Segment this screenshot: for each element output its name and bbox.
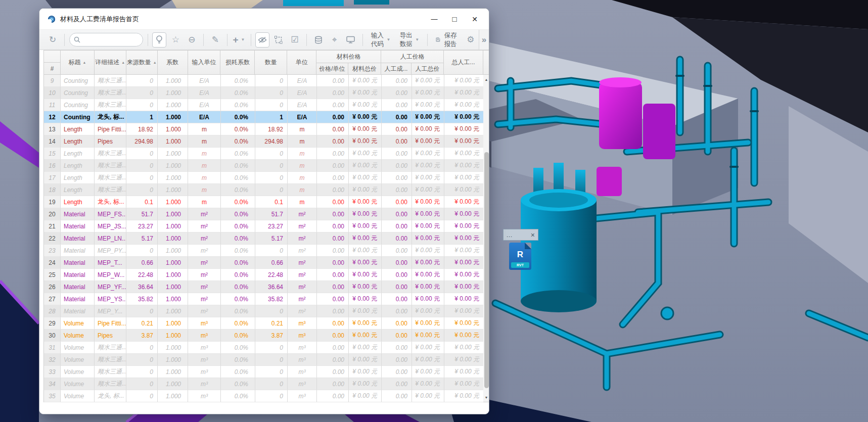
scroll-up-arrow[interactable]: ▲ (483, 76, 489, 83)
search-input[interactable] (83, 36, 139, 43)
table-row[interactable]: 20MaterialMEP_FS...51.71.000m²0.0%51.7m²… (44, 208, 489, 220)
cell-unit: m² (288, 245, 317, 257)
export-data-dropdown[interactable]: 导出数据 ▼ (396, 32, 423, 48)
maximize-button[interactable]: □ (444, 11, 465, 28)
cell-loss: 0.0% (221, 148, 255, 160)
table-row[interactable]: 13LengthPipe Fitti...18.921.000m0.0%18.9… (44, 123, 489, 135)
cell-factor: 1.000 (158, 184, 188, 196)
cell-factor: 1.000 (158, 245, 188, 257)
cell-material_total: ¥ 0.00 元 (349, 232, 382, 245)
cell-title: Counting (61, 75, 95, 87)
edit-button[interactable]: ✎ (208, 32, 222, 48)
cell-price_per_unit: 0.00 (317, 257, 349, 269)
table-row[interactable]: 11Counting顺水三通...01.000E/A0.0%0E/A0.00¥ … (44, 99, 489, 111)
settings-button[interactable]: ⚙ (464, 32, 478, 48)
cell-unit: m³ (288, 378, 317, 390)
locate-button[interactable]: ⌖ (328, 32, 342, 48)
table-header: # 标题 ▲ 详细描述 ▲ 来源数量 ▲ 系数 输入单位 损耗系数 数量 (43, 50, 489, 75)
cell-price_per_unit: 0.00 (317, 75, 349, 87)
column-header-price-per-unit[interactable]: 价格/单位 (316, 63, 348, 74)
cell-loss: 0.0% (221, 208, 255, 220)
exclude-button[interactable]: ⊖ (185, 32, 199, 48)
close-button[interactable]: ✕ (465, 11, 485, 28)
cell-unit: E/A (288, 99, 317, 111)
widget-close-icon[interactable]: × (531, 231, 535, 239)
favorite-button[interactable]: ☆ (168, 32, 182, 48)
cell-total_labor: ¥ 0.00 元 (444, 75, 484, 87)
column-header-labor-total[interactable]: 人工总价 (412, 63, 443, 74)
cell-factor: 1.000 (158, 366, 188, 378)
cell-labor_total: ¥ 0.00 元 (412, 342, 444, 354)
database-icon (314, 36, 323, 44)
column-header-input-unit[interactable]: 输入单位 (188, 51, 221, 75)
column-header-qty[interactable]: 数量 (255, 51, 287, 75)
table-row[interactable]: 35Volume龙头, 标...01.000m³0.0%0m³0.00¥ 0.0… (44, 390, 489, 402)
table-row[interactable]: 31Volume顺水三通...01.000m³0.0%0m³0.00¥ 0.00… (44, 342, 489, 354)
table-row[interactable]: 12Counting龙头, 标...11.000E/A0.0%1E/A0.00¥… (44, 111, 489, 123)
table-row[interactable]: 27MaterialMEP_YS...35.821.000m²0.0%35.82… (44, 293, 489, 305)
column-header-labor-cost[interactable]: 人工成... (381, 63, 412, 74)
table-row[interactable]: 33Volume顺水三通...01.000m³0.0%0m³0.00¥ 0.00… (44, 366, 489, 378)
table-row[interactable]: 17Length顺水三通...01.000m0.0%0m0.00¥ 0.00 元… (44, 172, 489, 184)
rvt-file-icon[interactable]: R RVT (509, 243, 531, 270)
table-row[interactable]: 28MaterialMEP_Y...01.000m²0.0%0m²0.00¥ 0… (44, 305, 489, 317)
column-header-title[interactable]: 标题 ▲ (61, 51, 95, 75)
cell-total_labor: ¥ 0.00 元 (444, 87, 484, 99)
table-row[interactable]: 23MaterialMEP_PY...01.000m²0.0%0m²0.00¥ … (44, 245, 489, 257)
table-row[interactable]: 19Length龙头, 标...0.11.000m0.0%0.1m0.00¥ 0… (44, 196, 489, 208)
table-row[interactable]: 34Volume顺水三通...01.000m³0.0%0m³0.00¥ 0.00… (44, 378, 489, 390)
column-header-row-number[interactable]: # (44, 51, 61, 75)
scroll-down-arrow[interactable]: ▼ (483, 394, 489, 401)
table-row[interactable]: 14LengthPipes294.981.000m0.0%294.98m0.00… (44, 135, 489, 148)
table-row[interactable]: 10Counting顺水三通...01.000E/A0.0%0E/A0.00¥ … (44, 87, 489, 99)
cell-qty: 51.7 (255, 208, 288, 220)
toolbar-separator (362, 34, 363, 46)
database-button[interactable] (311, 32, 326, 48)
highlight-button[interactable] (152, 32, 166, 48)
cell-src: 0.1 (126, 196, 158, 208)
cell-material_total: ¥ 0.00 元 (349, 87, 382, 99)
table-row[interactable]: 32Volume顺水三通...01.000m³0.0%0m³0.00¥ 0.00… (44, 354, 489, 366)
refresh-button[interactable]: ↻ (45, 32, 60, 48)
cell-labor_cost: 0.00 (382, 87, 412, 99)
select-region-button[interactable] (271, 32, 286, 48)
column-header-description[interactable]: 详细描述 ▲ (95, 51, 126, 75)
table-row[interactable]: 24MaterialMEP_T...0.661.000m²0.0%0.66m²0… (44, 257, 489, 269)
table-row[interactable]: 16Length顺水三通...01.000m0.0%0m0.00¥ 0.00 元… (44, 160, 489, 172)
checkbox-mode-button[interactable]: ☑ (288, 32, 302, 48)
table-row[interactable]: 21MaterialMEP_JS...23.271.000m²0.0%23.27… (44, 220, 489, 232)
column-header-material-total[interactable]: 材料总价 (348, 63, 381, 74)
cell-desc: Pipes (95, 135, 126, 148)
monitor-button[interactable] (344, 32, 358, 48)
hide-elements-button[interactable] (255, 32, 269, 48)
minimize-button[interactable]: — (424, 11, 444, 28)
cell-loss: 0.0% (221, 135, 255, 148)
column-header-total-labor[interactable]: 总人工... (444, 51, 483, 75)
column-header-source-qty[interactable]: 来源数量 ▲ (126, 51, 158, 75)
table-row[interactable]: 29VolumePipe Fitti...0.211.000m³0.0%0.21… (44, 317, 489, 330)
table-row[interactable]: 26MaterialMEP_YF...36.641.000m²0.0%36.64… (44, 281, 489, 293)
toolbar-overflow-button[interactable]: » (479, 30, 489, 50)
cell-material_total: ¥ 0.00 元 (349, 293, 382, 305)
column-header-loss-factor[interactable]: 损耗系数 (220, 51, 255, 75)
column-header-factor[interactable]: 系数 (158, 51, 188, 75)
table-row[interactable]: 25MaterialMEP_W...22.481.000m²0.0%22.48m… (44, 269, 489, 281)
scrollbar-thumb[interactable] (484, 152, 489, 388)
folded-corner (525, 243, 531, 249)
vertical-scrollbar[interactable]: ▲ ▼ (483, 75, 489, 402)
ellipsis-menu-icon[interactable]: ... (507, 234, 513, 236)
input-code-dropdown[interactable]: 输入代码 ▼ (367, 32, 394, 48)
table-row[interactable]: 22MaterialMEP_LN...5.171.000m²0.0%5.17m²… (44, 232, 489, 245)
save-report-button[interactable]: 保存报告 (432, 32, 462, 48)
cell-loss: 0.0% (221, 87, 255, 99)
cell-material_total: ¥ 0.00 元 (349, 99, 382, 111)
table-row[interactable]: 9Counting顺水三通...01.000E/A0.0%0E/A0.00¥ 0… (44, 75, 489, 87)
cell-src: 18.92 (126, 123, 158, 135)
add-button[interactable]: + ▼ (232, 32, 246, 48)
cell-price_per_unit: 0.00 (317, 269, 349, 281)
table-row[interactable]: 18Length顺水三通...01.000m0.0%0m0.00¥ 0.00 元… (44, 184, 489, 196)
column-header-unit[interactable]: 单位 (287, 51, 316, 75)
table-row[interactable]: 30VolumePipes3.871.000m³0.0%3.87m³0.00¥ … (44, 330, 489, 342)
cell-factor: 1.000 (158, 208, 188, 220)
table-row[interactable]: 15Length顺水三通...01.000m0.0%0m0.00¥ 0.00 元… (44, 148, 489, 160)
